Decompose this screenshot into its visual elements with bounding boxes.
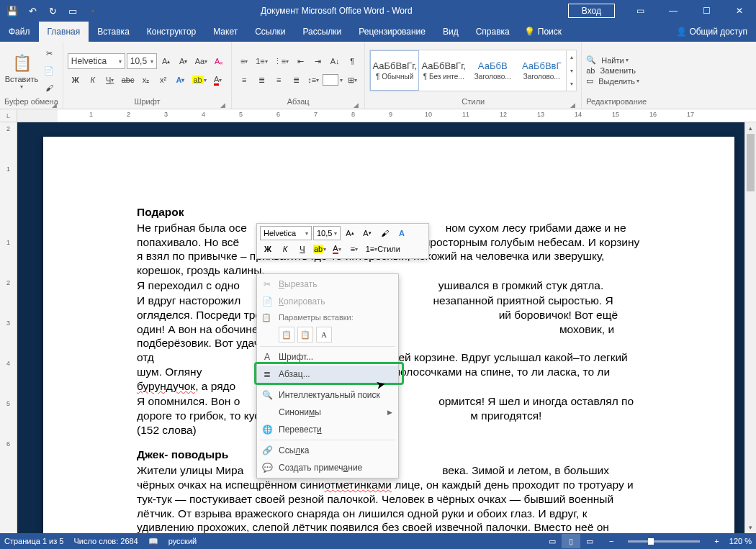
tab-design[interactable]: Конструктор [138, 22, 204, 42]
menu-link[interactable]: 🔗Ссылка [257, 442, 398, 459]
text-effects-icon[interactable]: A▾ [173, 72, 189, 88]
tab-mailings[interactable]: Рассылки [294, 22, 350, 42]
bold-button[interactable]: Ж [68, 72, 84, 88]
styles-gallery[interactable]: АаБбВвГг,¶ Обычный АаБбВвГг,¶ Без инте..… [369, 50, 577, 91]
menu-cut[interactable]: ✂Вырезать [257, 276, 398, 293]
sort-icon[interactable]: A↓ [327, 53, 343, 69]
tab-file[interactable]: Файл [0, 22, 39, 42]
paste-button[interactable]: 📋 Вставить ▾ [4, 50, 39, 91]
paste-merge-icon[interactable]: 📋 [297, 327, 313, 342]
style-normal[interactable]: АаБбВвГг,¶ Обычный [370, 50, 419, 91]
subscript-button[interactable]: x₂ [138, 72, 154, 88]
mini-styles-icon[interactable]: A [394, 226, 410, 240]
undo-icon[interactable]: ↶ [23, 1, 42, 20]
mini-font-size[interactable]: 10,5▾ [313, 226, 341, 240]
zoom-slider[interactable] [628, 540, 700, 543]
language-indicator[interactable]: русский [168, 537, 197, 545]
copy-icon[interactable]: 📄 [41, 63, 57, 78]
shading-icon[interactable] [323, 74, 338, 86]
mini-grow-font-icon[interactable]: A▴ [342, 226, 358, 240]
select-button[interactable]: ▭ Выделить▾ [586, 76, 639, 86]
menu-translate[interactable]: 🌐Перевести [257, 421, 398, 438]
numbering-icon[interactable]: 1≡▾ [253, 53, 270, 69]
styles-scroll[interactable]: ▴▾▾ [566, 50, 576, 91]
launcher-icon[interactable]: ◢ [354, 101, 359, 109]
read-mode-icon[interactable]: ▭ [543, 534, 562, 548]
menu-paragraph[interactable]: ≣ Абзац... [257, 366, 398, 383]
vertical-scrollbar[interactable]: ▴ ▾ [744, 122, 756, 533]
clear-format-icon[interactable]: Aₓ [211, 53, 227, 69]
qat-dropdown-icon[interactable]: ▾ [84, 1, 102, 20]
tab-home[interactable]: Главная [39, 22, 89, 42]
mini-shrink-font-icon[interactable]: A▾ [359, 226, 375, 240]
menu-smart-lookup[interactable]: 🔍Интеллектуальный поиск [257, 386, 398, 404]
qat-icon[interactable]: ▭ [63, 1, 82, 20]
tab-review[interactable]: Рецензирование [350, 22, 434, 42]
scroll-down-icon[interactable]: ▾ [745, 522, 756, 533]
style-no-spacing[interactable]: АаБбВвГг,¶ Без инте... [419, 50, 468, 91]
paste-text-only-icon[interactable]: A [316, 327, 332, 342]
menu-new-comment[interactable]: 💬Создать примечание [257, 459, 398, 476]
mini-font-color-icon[interactable]: A▾ [329, 242, 345, 256]
tab-view[interactable]: Вид [434, 22, 467, 42]
launcher-icon[interactable]: ◢ [52, 101, 57, 109]
align-right-icon[interactable]: ≡ [271, 72, 287, 88]
borders-icon[interactable]: ⊞▾ [344, 72, 360, 88]
mini-font-name[interactable]: Helvetica▾ [260, 226, 312, 240]
replace-button[interactable]: ab Заменить [586, 66, 639, 75]
tab-layout[interactable]: Макет [204, 22, 246, 42]
mini-highlight-icon[interactable]: ab▾ [312, 242, 328, 256]
launcher-icon[interactable]: ◢ [220, 101, 225, 109]
bullets-icon[interactable]: ≡▾ [236, 53, 252, 69]
style-heading1[interactable]: АаБбВЗаголово... [468, 50, 517, 91]
page-indicator[interactable]: Страница 1 из 5 [4, 537, 63, 545]
mini-bullets-icon[interactable]: ≡▾ [346, 242, 362, 256]
menu-copy[interactable]: 📄Копировать [257, 293, 398, 310]
decrease-indent-icon[interactable]: ⇤ [292, 53, 308, 69]
shrink-font-icon[interactable]: A▾ [176, 53, 192, 69]
mini-italic[interactable]: К [277, 242, 293, 256]
menu-font[interactable]: AШрифт... [257, 348, 398, 366]
tab-selector[interactable]: L [0, 109, 17, 122]
multilevel-icon[interactable]: ⋮≡▾ [271, 53, 291, 69]
find-button[interactable]: 🔍 Найти▾ [586, 55, 639, 65]
minimize-icon[interactable]: — [657, 0, 690, 22]
show-marks-icon[interactable]: ¶ [344, 53, 360, 69]
redo-icon[interactable]: ↻ [43, 1, 62, 20]
mini-bold[interactable]: Ж [260, 242, 276, 256]
tab-references[interactable]: Ссылки [246, 22, 294, 42]
line-spacing-icon[interactable]: ↕≡▾ [305, 72, 321, 88]
justify-icon[interactable]: ≣ [288, 72, 304, 88]
launcher-icon[interactable]: ◢ [570, 101, 575, 109]
horizontal-ruler[interactable]: L 123 456 789 101112 131415 1617 [0, 109, 756, 122]
close-icon[interactable]: ✕ [723, 0, 756, 22]
font-color-icon[interactable]: A▾ [210, 72, 226, 88]
save-icon[interactable]: 💾 [3, 1, 22, 20]
word-count[interactable]: Число слов: 2684 [73, 537, 138, 545]
zoom-level[interactable]: 120 % [729, 537, 752, 545]
maximize-icon[interactable]: ☐ [690, 0, 723, 22]
tab-insert[interactable]: Вставка [89, 22, 138, 42]
share-button[interactable]: 👤 Общий доступ [667, 22, 756, 42]
mini-format-painter-icon[interactable]: 🖌 [377, 226, 392, 240]
strike-button[interactable]: abc [120, 72, 137, 88]
zoom-in-icon[interactable]: + [714, 537, 719, 545]
align-center-icon[interactable]: ≣ [253, 72, 269, 88]
login-button[interactable]: Вход [568, 4, 615, 18]
align-left-icon[interactable]: ≡ [236, 72, 252, 88]
font-size-combo[interactable]: 10,5▾ [127, 53, 157, 69]
scroll-thumb[interactable] [747, 134, 755, 191]
menu-synonyms[interactable]: Синонимы▶ [257, 404, 398, 421]
mini-styles-button[interactable]: Стили [381, 242, 397, 256]
change-case-icon[interactable]: Aa▾ [193, 53, 210, 69]
cut-icon[interactable]: ✂ [41, 45, 57, 61]
highlight-icon[interactable]: ab▾ [190, 72, 209, 88]
tab-help[interactable]: Справка [467, 22, 518, 42]
grow-font-icon[interactable]: A▴ [158, 53, 174, 69]
font-name-combo[interactable]: Helvetica▾ [68, 53, 125, 69]
zoom-out-icon[interactable]: − [609, 537, 613, 545]
spellcheck-icon[interactable]: 📖 [148, 537, 158, 546]
increase-indent-icon[interactable]: ⇥ [310, 53, 325, 69]
paste-keep-source-icon[interactable]: 📋 [279, 327, 294, 342]
mini-underline[interactable]: Ч [294, 242, 310, 256]
